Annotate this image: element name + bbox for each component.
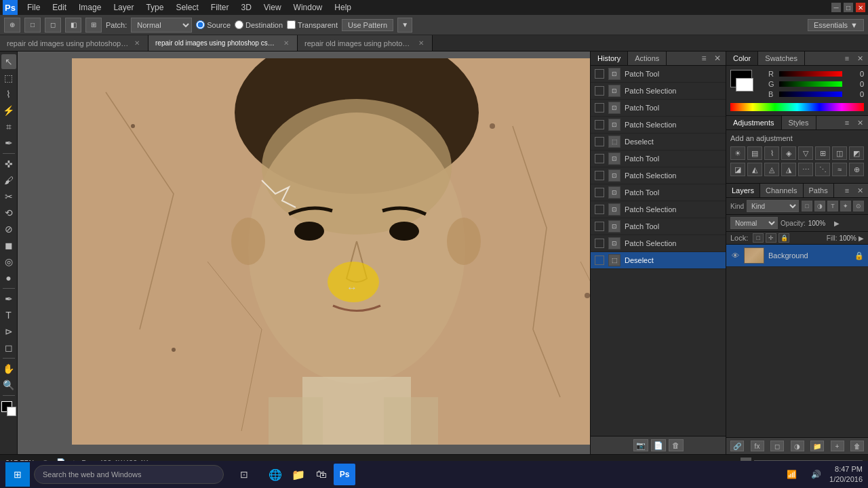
tab-2[interactable]: repair old images using photoshop c... ✕ <box>298 35 433 51</box>
layers-panel-menu[interactable]: ≡ <box>842 185 852 196</box>
adj-panel-menu[interactable]: ≡ <box>842 117 852 128</box>
pattern-picker[interactable]: ▼ <box>397 18 412 33</box>
tab-color[interactable]: Color <box>726 52 758 65</box>
background-swatch[interactable] <box>736 78 753 92</box>
taskbar-ie-icon[interactable]: 🌐 <box>264 464 286 485</box>
source-radio[interactable]: Source <box>196 20 231 29</box>
tool-icon-2[interactable]: □ <box>24 18 41 33</box>
lock-all-btn[interactable]: 🔒 <box>778 233 789 243</box>
photo-filter-icon[interactable]: ◪ <box>730 163 745 176</box>
history-item-10[interactable]: ⊡ Patch Selection <box>591 235 726 252</box>
brush-tool[interactable]: 🖌 <box>1 173 16 188</box>
layer-visibility-toggle[interactable]: 👁 <box>730 251 740 260</box>
history-item-3[interactable]: ⊡ Patch Selection <box>591 117 726 134</box>
blur-tool[interactable]: ◎ <box>1 254 16 269</box>
tab-history[interactable]: History <box>591 52 628 65</box>
fg-bg-colors[interactable] <box>1 401 16 416</box>
selective-color-icon[interactable]: ⊕ <box>849 163 864 176</box>
history-item-11[interactable]: ⬚ Deselect <box>591 252 726 269</box>
filter-pixel-icon[interactable]: □ <box>802 201 812 211</box>
panel-menu-icon[interactable]: ≡ <box>698 53 709 64</box>
vibrance-adj-icon[interactable]: ▽ <box>798 146 813 160</box>
color-panel-menu[interactable]: ≡ <box>842 53 852 64</box>
panel-close-icon[interactable]: ✕ <box>712 53 723 64</box>
filter-smart-icon[interactable]: ⊙ <box>853 201 864 211</box>
menu-view[interactable]: View <box>258 1 287 14</box>
network-icon[interactable]: 📶 <box>781 464 802 485</box>
new-doc-from-state-button[interactable]: 📄 <box>651 439 666 451</box>
menu-help[interactable]: Help <box>329 1 357 14</box>
add-style-btn[interactable]: fx <box>751 441 764 451</box>
background-color[interactable] <box>7 407 16 416</box>
adj-panel-close[interactable]: ✕ <box>854 117 865 128</box>
opacity-arrow[interactable]: ▶ <box>834 220 840 227</box>
posterize-icon[interactable]: ⋯ <box>798 163 813 176</box>
tab-layers[interactable]: Layers <box>726 184 760 197</box>
menu-edit[interactable]: Edit <box>47 1 72 14</box>
link-layers-btn[interactable]: 🔗 <box>730 441 744 451</box>
tool-icon-3[interactable]: ◻ <box>45 18 61 33</box>
destination-radio[interactable]: Destination <box>235 20 283 29</box>
channel-mixer-icon[interactable]: ◭ <box>747 163 762 176</box>
marquee-tool[interactable]: ⬚ <box>1 70 16 85</box>
use-pattern-button[interactable]: Use Pattern <box>342 19 393 31</box>
g-slider[interactable] <box>779 81 842 87</box>
history-item-0[interactable]: ⊡ Patch Tool <box>591 66 726 83</box>
patch-mode-select[interactable]: Normal Content-Aware <box>131 18 192 33</box>
color-lookup-icon[interactable]: ◬ <box>764 163 779 176</box>
tab-adjustments[interactable]: Adjustments <box>726 116 782 129</box>
crop-tool[interactable]: ⌗ <box>1 119 16 134</box>
menu-filter[interactable]: Filter <box>205 1 235 14</box>
history-item-4[interactable]: ⬚ Deselect <box>591 134 726 150</box>
taskview-icon[interactable]: ⊡ <box>233 464 255 485</box>
history-item-5[interactable]: ⊡ Patch Tool <box>591 150 726 167</box>
tab-paths[interactable]: Paths <box>804 184 834 197</box>
tab-actions[interactable]: Actions <box>628 52 667 65</box>
pen-tool[interactable]: ✒ <box>1 291 16 306</box>
tool-icon-1[interactable]: ⊕ <box>4 18 20 33</box>
delete-state-button[interactable]: 🗑 <box>669 439 684 451</box>
tab-channels[interactable]: Channels <box>760 184 803 197</box>
add-mask-btn[interactable]: ◻ <box>770 441 784 451</box>
history-item-7[interactable]: ⊡ Patch Tool <box>591 184 726 201</box>
curves-adj-icon[interactable]: ⌇ <box>764 146 779 160</box>
menu-window[interactable]: Window <box>288 1 328 14</box>
color-balance-icon[interactable]: ◫ <box>832 146 847 160</box>
volume-icon[interactable]: 🔊 <box>805 464 827 485</box>
menu-type[interactable]: Type <box>140 1 169 14</box>
start-button[interactable]: ⊞ <box>5 462 30 487</box>
gradient-map-icon[interactable]: ≈ <box>832 163 847 176</box>
filter-shape-icon[interactable]: ✦ <box>840 201 851 211</box>
taskbar-store-icon[interactable]: 🛍 <box>311 464 332 485</box>
gradient-tool[interactable]: ◼ <box>1 238 16 253</box>
color-panel-close[interactable]: ✕ <box>854 53 865 64</box>
lock-move-btn[interactable]: ✛ <box>766 233 776 243</box>
tool-icon-5[interactable]: ⊞ <box>85 18 102 33</box>
transparent-checkbox[interactable]: Transparent <box>287 20 338 29</box>
history-item-8[interactable]: ⊡ Patch Selection <box>591 201 726 218</box>
tab-0[interactable]: repair old images using photoshop cs6 tu… <box>0 35 149 51</box>
delete-layer-btn[interactable]: 🗑 <box>850 441 864 451</box>
threshold-icon[interactable]: ⋱ <box>815 163 830 176</box>
eyedropper-tool[interactable]: ✒ <box>1 136 16 150</box>
filter-type-icon[interactable]: T <box>827 201 838 211</box>
bw-adj-icon[interactable]: ◩ <box>849 146 864 160</box>
filter-adj-icon[interactable]: ◑ <box>814 201 825 211</box>
lasso-tool[interactable]: ⌇ <box>1 87 16 102</box>
wand-tool[interactable]: ⚡ <box>1 103 16 118</box>
minimize-button[interactable]: ─ <box>831 3 841 12</box>
tab-1-close[interactable]: ✕ <box>282 39 290 47</box>
b-slider[interactable] <box>779 92 842 97</box>
fill-arrow[interactable]: ▶ <box>859 235 864 242</box>
new-group-btn[interactable]: 📁 <box>810 441 824 451</box>
history-item-6[interactable]: ⊡ Patch Selection <box>591 167 726 184</box>
zoom-tool[interactable]: 🔍 <box>1 378 16 392</box>
tab-2-close[interactable]: ✕ <box>417 39 425 47</box>
close-button[interactable]: ✕ <box>856 3 865 12</box>
type-tool[interactable]: T <box>1 308 16 323</box>
taskbar-explorer-icon[interactable]: 📁 <box>288 464 309 485</box>
tab-0-close[interactable]: ✕ <box>133 39 141 47</box>
color-spectrum[interactable] <box>730 103 864 111</box>
menu-select[interactable]: Select <box>170 1 203 14</box>
layers-kind-select[interactable]: Kind <box>747 200 799 212</box>
